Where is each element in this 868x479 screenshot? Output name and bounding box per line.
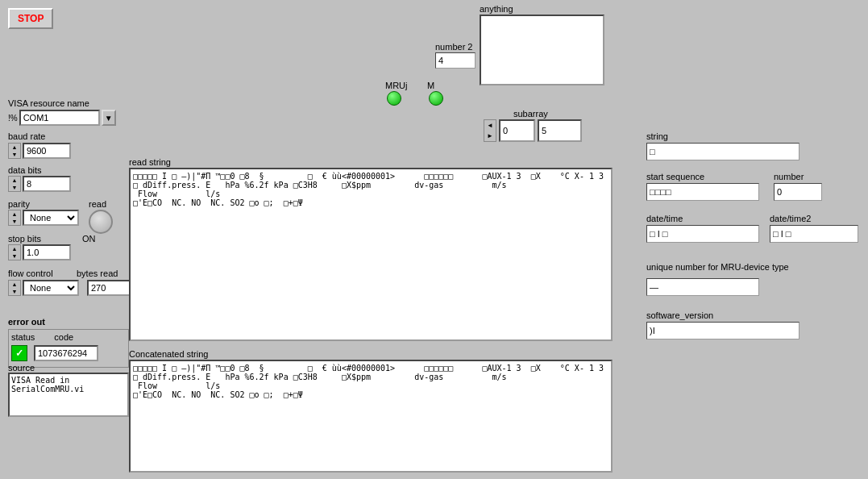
visa-resource-label: VISA resource name: [8, 98, 89, 108]
flow-control-label: flow control: [8, 269, 53, 278]
subarray-index-input[interactable]: [499, 119, 535, 142]
number2-input[interactable]: [435, 52, 476, 69]
datetime-label: date/time: [646, 214, 683, 223]
read-toggle[interactable]: [89, 210, 113, 234]
datetime2-label: date/time2: [770, 214, 811, 223]
subarray-spinner[interactable]: ◄ ►: [484, 119, 496, 142]
m-led: [429, 91, 443, 106]
m-label: M: [427, 81, 434, 90]
parity-select[interactable]: None Even Odd: [23, 210, 79, 226]
datetime-input[interactable]: [646, 225, 759, 243]
data-bits-label: data bits: [8, 165, 42, 175]
number-right-label: number: [774, 172, 804, 181]
bytes-read-input: [87, 280, 135, 296]
error-out-box: status code ✓: [8, 329, 129, 368]
visa-prefix: !%: [8, 114, 18, 123]
sw-version-label: software_version: [646, 310, 713, 320]
baud-rate-input[interactable]: [23, 143, 71, 159]
read-string-label: read string: [129, 157, 171, 167]
status-label: status: [11, 332, 35, 342]
data-bits-row: ▲ ▼: [8, 176, 71, 192]
parity-row: ▲ ▼ None Even Odd: [8, 210, 79, 226]
subarray-value-input[interactable]: [538, 119, 582, 142]
visa-resource-row: !% ▼: [8, 110, 116, 126]
stop-bits-spinner[interactable]: ▲ ▼: [8, 244, 21, 260]
stop-bits-row: ▲ ▼: [8, 244, 71, 260]
stop-button[interactable]: STOP: [8, 8, 53, 29]
data-bits-input[interactable]: [23, 176, 71, 192]
flow-control-select[interactable]: None XON/XOFF RTS/CTS: [23, 280, 79, 296]
visa-dropdown-arrow[interactable]: ▼: [102, 110, 116, 126]
baud-rate-row: ▲ ▼: [8, 143, 71, 159]
string-input[interactable]: [646, 143, 799, 160]
baud-rate-spinner[interactable]: ▲ ▼: [8, 143, 21, 159]
source-box: VISA Read in SerialComMRU.vi: [8, 373, 129, 417]
flow-control-row: ▲ ▼ None XON/XOFF RTS/CTS: [8, 280, 135, 296]
sw-version-input: [646, 322, 799, 339]
number-right-input[interactable]: [774, 183, 822, 201]
read-string-area: [129, 168, 613, 341]
flow-control-spinner[interactable]: ▲ ▼: [8, 280, 21, 296]
error-out-label: error out: [8, 317, 45, 327]
data-bits-spinner[interactable]: ▲ ▼: [8, 176, 21, 192]
string-label: string: [646, 131, 668, 141]
start-sequence-label: start sequence: [646, 172, 704, 181]
subarray-row: ◄ ►: [484, 119, 582, 142]
read-label: read: [89, 199, 106, 209]
unique-label: unique number for MRU-device type: [646, 262, 789, 272]
code-label: code: [54, 332, 73, 342]
visa-resource-input[interactable]: [19, 110, 100, 126]
concat-string-area: [129, 360, 613, 473]
unique-input: [646, 278, 759, 296]
anything-box: [480, 15, 604, 85]
number2-label: number 2: [435, 42, 472, 52]
mruj-label: MRUj: [385, 81, 408, 90]
datetime2-input[interactable]: [770, 225, 858, 243]
error-code-input: [34, 345, 98, 361]
start-sequence-input[interactable]: [646, 183, 759, 201]
baud-rate-label: baud rate: [8, 131, 45, 141]
stop-bits-input[interactable]: [23, 244, 71, 260]
parity-spinner[interactable]: ▲ ▼: [8, 210, 21, 226]
source-text: VISA Read in SerialComMRU.vi: [11, 376, 84, 394]
bytes-read-label: bytes read: [77, 269, 118, 278]
concat-string-label: Concatenated string: [129, 349, 208, 359]
source-label: source: [8, 363, 35, 373]
anything-label: anything: [480, 4, 513, 14]
on-label: ON: [82, 234, 96, 244]
subarray-label: subarray: [513, 109, 548, 119]
mruj-led: [387, 91, 401, 106]
parity-label: parity: [8, 199, 30, 209]
stop-bits-label: stop bits: [8, 234, 41, 244]
status-check-icon: ✓: [11, 345, 27, 361]
